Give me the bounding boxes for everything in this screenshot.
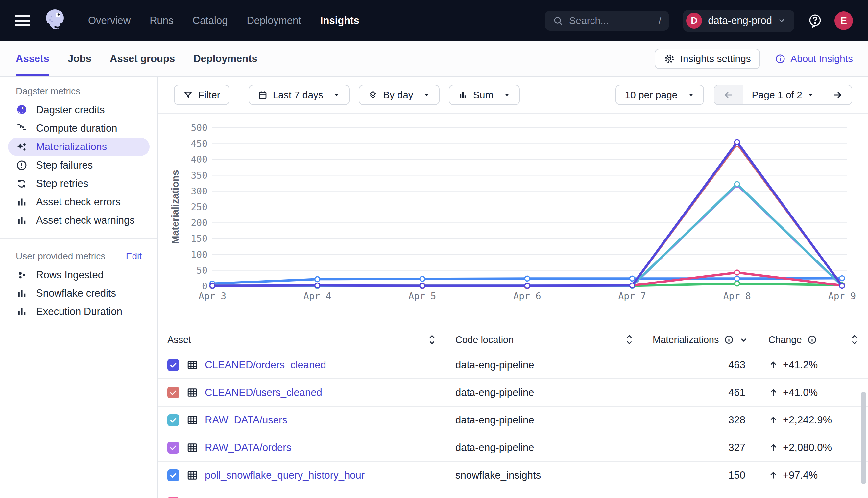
svg-text:Apr 3: Apr 3 xyxy=(199,291,226,302)
about-insights-link[interactable]: About Insights xyxy=(775,53,853,64)
sidebar-item-label: Rows Ingested xyxy=(36,269,104,281)
sidebar-item-asset-check-errors[interactable]: Asset check errors xyxy=(8,193,150,211)
sidebar-item-snowflake-credits[interactable]: Snowflake credits xyxy=(8,284,150,303)
scrollbar-thumb[interactable] xyxy=(861,392,866,484)
materializations-cell: 463 xyxy=(643,352,758,378)
code-location-cell: snowflake_insights xyxy=(446,462,643,489)
column-header-asset[interactable]: Asset xyxy=(158,328,446,351)
sidebar-item-step-failures[interactable]: Step failures xyxy=(8,156,150,174)
sort-toggle-icon[interactable] xyxy=(625,334,634,345)
arrow-up-icon xyxy=(768,415,778,425)
row-color-checkbox[interactable] xyxy=(167,469,179,481)
dagster-logo-icon[interactable] xyxy=(43,7,66,35)
hamburger-menu-icon[interactable] xyxy=(15,15,29,26)
previous-page-button[interactable] xyxy=(714,86,743,104)
column-header-change[interactable]: Change xyxy=(758,328,868,351)
change-cell: +97.4% xyxy=(758,462,868,489)
next-page-button[interactable] xyxy=(822,86,852,104)
sort-toggle-icon[interactable] xyxy=(850,334,859,345)
pagination-control: Page 1 of 2 xyxy=(714,85,852,105)
nav-link-insights[interactable]: Insights xyxy=(320,15,359,27)
svg-text:Materializations: Materializations xyxy=(170,170,180,244)
svg-text:450: 450 xyxy=(191,138,207,149)
nav-link-runs[interactable]: Runs xyxy=(150,15,173,27)
sidebar-item-label: Execution Duration xyxy=(36,306,122,318)
date-range-dropdown[interactable]: Last 7 days xyxy=(248,85,349,105)
nav-link-deployment[interactable]: Deployment xyxy=(246,15,301,27)
info-icon xyxy=(775,53,786,64)
sidebar-item-execution-duration[interactable]: Execution Duration xyxy=(8,303,150,321)
svg-text:Apr 6: Apr 6 xyxy=(513,291,541,302)
code-location-cell: data-eng-pipeline xyxy=(446,407,643,434)
asset-link[interactable]: CLEANED/users_cleaned xyxy=(205,386,322,398)
tab-deployments[interactable]: Deployments xyxy=(193,41,257,76)
search-input[interactable]: Search... / xyxy=(545,11,669,30)
sidebar-item-step-retries[interactable]: Step retries xyxy=(8,174,150,193)
sidebar-item-dagster-credits[interactable]: Dagster credits xyxy=(8,101,150,119)
column-header-materializations[interactable]: Materializations xyxy=(643,328,758,351)
materializations-cell: 461 xyxy=(643,379,758,406)
nav-link-overview[interactable]: Overview xyxy=(88,15,130,27)
org-name: data-eng-prod xyxy=(708,15,772,27)
asset-link[interactable]: RAW_DATA/users xyxy=(205,414,288,426)
change-value: +2,080.0% xyxy=(783,442,832,454)
sidebar-item-materializations[interactable]: Materializations xyxy=(8,137,150,156)
tab-jobs[interactable]: Jobs xyxy=(68,41,91,76)
sidebar-section-title: User provided metrics xyxy=(16,251,105,261)
table-asset-icon xyxy=(187,386,198,398)
filter-button[interactable]: Filter xyxy=(174,85,230,105)
change-cell: +41.0% xyxy=(758,379,868,406)
svg-text:150: 150 xyxy=(191,233,207,244)
user-avatar[interactable]: E xyxy=(834,12,853,30)
table-row: RAW_DATA/usersdata-eng-pipeline328+2,242… xyxy=(158,407,868,434)
table-header: AssetCode locationMaterializationsChange xyxy=(158,328,868,352)
sparkles-icon xyxy=(16,141,28,153)
row-color-checkbox[interactable] xyxy=(167,414,179,426)
code-location-cell: data-eng-pipeline xyxy=(446,489,643,498)
change-cell: +1,080.0% xyxy=(758,489,868,498)
sidebar-item-compute-duration[interactable]: Compute duration xyxy=(8,119,150,137)
funnel-icon xyxy=(183,90,193,100)
bar-chart-icon xyxy=(16,214,28,226)
tab-asset-groups[interactable]: Asset groups xyxy=(110,41,175,76)
chart-line xyxy=(213,142,842,286)
sidebar-item-label: Asset check errors xyxy=(36,196,121,208)
row-color-checkbox[interactable] xyxy=(167,386,179,398)
sort-toggle-icon[interactable] xyxy=(428,334,436,345)
table-asset-icon xyxy=(187,469,198,481)
sidebar-item-asset-check-warnings[interactable]: Asset check warnings xyxy=(8,211,150,230)
sort-desc-icon xyxy=(739,335,748,344)
change-cell: +2,080.0% xyxy=(758,434,868,461)
info-icon[interactable] xyxy=(724,335,734,344)
assets-table: AssetCode locationMaterializationsChange… xyxy=(158,328,868,498)
tab-assets[interactable]: Assets xyxy=(16,41,49,76)
svg-text:300: 300 xyxy=(191,186,207,197)
table-row: poll_snowflake_query_history_hoursnowfla… xyxy=(158,462,868,489)
info-icon[interactable] xyxy=(807,335,817,344)
table-asset-icon xyxy=(187,359,198,371)
insights-settings-button[interactable]: Insights settings xyxy=(655,49,760,69)
granularity-dropdown[interactable]: By day xyxy=(359,85,439,105)
aggregation-dropdown[interactable]: Sum xyxy=(449,85,520,105)
sidebar-item-rows-ingested[interactable]: Rows Ingested xyxy=(8,266,150,284)
column-header-code-location[interactable]: Code location xyxy=(446,328,643,351)
asset-link[interactable]: CLEANED/orders_cleaned xyxy=(205,359,326,371)
nav-link-catalog[interactable]: Catalog xyxy=(193,15,228,27)
row-color-checkbox[interactable] xyxy=(167,442,179,454)
change-value: +97.4% xyxy=(783,469,818,481)
per-page-dropdown[interactable]: 10 per page xyxy=(615,85,704,105)
asset-link[interactable]: poll_snowflake_query_history_hour xyxy=(205,469,365,481)
asset-link[interactable]: RAW_DATA/orders xyxy=(205,442,291,454)
page-indicator-dropdown[interactable]: Page 1 of 2 xyxy=(743,86,822,104)
org-avatar: D xyxy=(686,13,702,29)
materializations-cell: 47 xyxy=(643,489,758,498)
caret-down-icon xyxy=(807,91,814,99)
help-icon[interactable] xyxy=(807,13,822,28)
change-value: +2,242.9% xyxy=(783,414,832,426)
table-row: RAW_DATA/ordersdata-eng-pipeline327+2,08… xyxy=(158,434,868,462)
retry-icon xyxy=(16,178,28,189)
row-color-checkbox[interactable] xyxy=(167,359,179,371)
org-switcher[interactable]: D data-eng-prod xyxy=(683,10,794,32)
code-location-cell: data-eng-pipeline xyxy=(446,434,643,461)
sidebar-edit-link[interactable]: Edit xyxy=(126,251,142,261)
